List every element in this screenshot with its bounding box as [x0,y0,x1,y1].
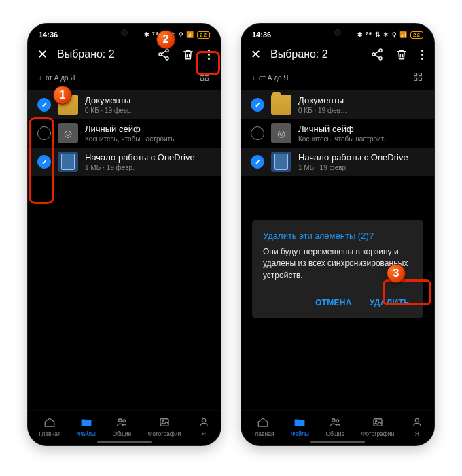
sort-label: от А до Я [46,74,75,82]
file-list: Документы 0 КБ · 19 фев… Личный сейф Кос… [241,90,434,176]
nav-label: Главная [39,430,60,437]
phone-right: 14:36 ✱ ⁷⁶ ⇅ ✶ ⚲ 📶 22 ✕ Выбрано: 2 ↓ от … [241,24,434,445]
list-item[interactable]: Документы 0 КБ · 19 фев… [241,90,434,119]
file-meta: Коснитесь, чтобы настроить [85,135,214,143]
callout-3: 3 [387,264,406,283]
svg-rect-17 [414,78,417,80]
list-item[interactable]: Личный сейф Коснитесь, чтобы настроить [241,119,434,148]
vault-icon [271,123,291,143]
svg-point-7 [119,419,122,422]
svg-point-22 [376,420,377,422]
status-icons: ✱ ⁷⁶ ⇅ ✶ ⚲ 📶 22 [357,31,423,39]
highlight-checkboxes [29,117,54,204]
file-name: Личный сейф [85,124,214,134]
file-meta: Коснитесь, чтобы настроить [298,135,427,143]
status-time: 14:36 [252,31,271,39]
cancel-button[interactable]: ОТМЕНА [313,294,355,311]
highlight-trash [196,51,220,75]
list-item[interactable]: Начало работы с OneDrive 1 МБ · 19 февр. [241,148,434,176]
sort-row: ↓ от А до Я [241,67,434,90]
list-item[interactable]: Личный сейф Коснитесь, чтобы настроить [28,119,221,148]
svg-point-10 [162,420,164,422]
highlight-confirm [383,279,431,305]
svg-point-23 [415,418,419,422]
status-icons: ✱ ⁷⁶ ⇅ ✶ ⚲ 📶 22 [144,31,210,39]
status-time: 14:36 [39,31,58,39]
nav-label: Фотографии [361,430,395,437]
nav-label: Я [415,430,419,437]
nav-me[interactable]: Я [411,416,423,437]
sort-button[interactable]: ↓ от А до Я [252,74,289,82]
trash-icon[interactable] [181,47,196,62]
svg-rect-5 [201,78,204,80]
svg-point-11 [202,418,205,422]
nav-label: Главная [252,430,274,437]
camera-notch [334,29,341,36]
folder-icon [271,95,291,115]
svg-rect-15 [414,73,417,76]
list-item[interactable]: Начало работы с OneDrive 1 МБ · 19 февр. [28,148,221,176]
nav-label: Файлы [291,430,309,437]
document-icon [271,152,291,172]
dialog-title: Удалить эти элементы (2)? [263,231,412,241]
selection-title: Выбрано: 2 [270,48,360,61]
checkbox-icon[interactable] [251,98,264,112]
file-name: Документы [298,95,427,105]
nav-photos[interactable]: Фотографии [361,416,395,437]
file-meta: 1 МБ · 19 февр. [298,164,427,171]
sort-arrow-icon: ↓ [252,74,255,82]
nav-shared[interactable]: Общие [112,416,131,437]
nav-shared[interactable]: Общие [325,416,344,437]
nav-label: Файлы [77,430,96,437]
nav-me[interactable]: Я [198,416,210,437]
svg-point-19 [332,419,336,422]
file-name: Начало работы с OneDrive [85,152,214,163]
share-icon[interactable] [156,47,171,62]
file-meta: 0 КБ · 19 фев… [298,107,427,114]
vault-icon [58,123,78,143]
home-indicator [97,441,152,443]
svg-point-20 [336,420,339,422]
checkbox-icon[interactable] [251,155,264,169]
nav-label: Я [202,430,206,437]
sort-label: от А до Я [259,74,289,82]
camera-notch [121,29,128,36]
svg-rect-18 [419,78,421,80]
callout-1: 1 [53,86,72,105]
trash-icon[interactable] [394,47,409,62]
close-icon[interactable]: ✕ [37,48,48,61]
file-meta: 1 МБ · 19 февр. [85,164,214,171]
callout-2: 2 [156,30,175,49]
sort-button[interactable]: ↓ от А до Я [39,74,75,82]
selection-title: Выбрано: 2 [57,48,147,61]
checkbox-icon[interactable] [251,126,264,140]
close-icon[interactable]: ✕ [251,48,261,61]
checkbox-icon[interactable] [37,98,51,112]
nav-home[interactable]: Главная [39,416,60,437]
svg-point-8 [123,420,126,422]
file-name: Документы [85,95,214,105]
home-indicator [310,441,365,443]
app-bar: ✕ Выбрано: 2 [241,41,434,67]
sort-arrow-icon: ↓ [39,74,42,82]
nav-label: Фотографии [148,430,181,437]
nav-home[interactable]: Главная [252,416,274,437]
app-bar: ✕ Выбрано: 2 [28,41,221,67]
nav-photos[interactable]: Фотографии [148,416,181,437]
share-icon[interactable] [370,47,385,62]
file-name: Личный сейф [298,124,427,134]
file-name: Начало работы с OneDrive [298,152,427,163]
nav-files[interactable]: Файлы [291,416,309,437]
file-meta: 0 КБ · 19 февр. [85,107,214,114]
view-toggle-icon[interactable] [412,71,423,84]
document-icon [58,152,78,172]
svg-rect-16 [419,73,421,76]
more-icon[interactable] [419,50,426,60]
nav-files[interactable]: Файлы [77,416,96,437]
nav-label: Общие [325,430,344,437]
nav-label: Общие [112,430,131,437]
svg-rect-6 [205,78,208,80]
